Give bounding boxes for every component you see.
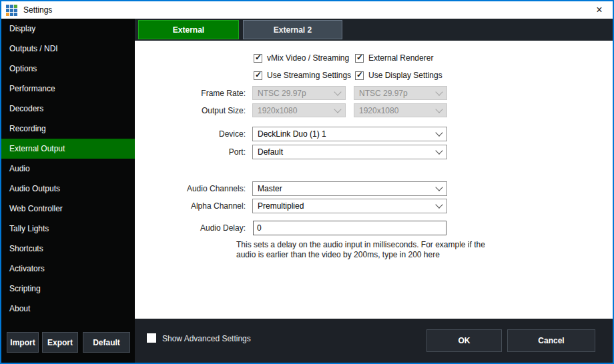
frame-rate-value-2: NTSC 29.97p [359,89,408,98]
audio-channels-select[interactable]: Master [252,181,447,196]
external-output-form: ✓ vMix Video / Streaming ✓ External Rend… [135,41,613,319]
logo-cell [10,5,13,8]
audio-delay-help-text: This sets a delay on the audio input in … [236,240,506,260]
export-button[interactable]: Export [42,332,78,353]
sidebar-item-shortcuts[interactable]: Shortcuts [1,239,135,259]
logo-cell [6,9,9,12]
sidebar-item-about[interactable]: About [1,299,135,319]
alpha-channel-label: Alpha Channel: [135,201,246,211]
audio-delay-input[interactable] [253,221,446,235]
sidebar-item-audio[interactable]: Audio [1,159,135,179]
output-size-label: Output Size: [135,106,246,115]
chevron-down-icon [435,183,442,191]
chevron-down-icon [435,129,442,136]
port-select[interactable]: Default [252,145,447,159]
alpha-channel-value: Premultiplied [258,201,304,211]
title-bar: Settings × [1,1,613,19]
show-advanced-label: Show Advanced Settings [162,334,251,343]
sidebar-item-outputs-ndi[interactable]: Outputs / NDI [1,39,135,59]
checkbox-show-advanced-settings[interactable] [147,333,156,343]
checkbox-box: ✓ [355,71,364,80]
logo-cell [14,13,17,16]
checkbox-box: ✓ [254,54,262,63]
tab-external[interactable]: External [138,20,239,39]
checkbox-use-streaming-settings[interactable]: ✓ Use Streaming Settings [254,71,351,80]
checkbox-use-display-settings[interactable]: ✓ Use Display Settings [355,71,442,80]
import-button[interactable]: Import [7,332,39,353]
chevron-down-icon [334,88,341,95]
chevron-down-icon [435,88,442,95]
sidebar-item-decoders[interactable]: Decoders [1,99,135,119]
sidebar-item-performance[interactable]: Performance [1,79,135,99]
check-icon: ✓ [255,70,262,79]
close-icon[interactable]: × [586,1,613,19]
vmix-logo-icon [6,5,17,16]
checkbox-label: Use Streaming Settings [267,71,351,80]
chevron-down-icon [435,105,442,113]
logo-cell [10,9,13,12]
tab-external-2[interactable]: External 2 [243,20,342,39]
checkbox-vmix-video-streaming[interactable]: ✓ vMix Video / Streaming [254,53,349,63]
logo-cell [14,5,17,8]
output-size-value-1: 1920x1080 [258,106,297,115]
checkbox-box: ✓ [254,71,262,80]
logo-cell [6,13,9,16]
checkbox-box: ✓ [355,54,364,63]
footer-bar: Show Advanced Settings OK Cancel [135,319,613,363]
output-size-select-2[interactable]: 1920x1080 [354,103,447,117]
cancel-button[interactable]: Cancel [507,329,595,352]
device-label: Device: [135,129,246,139]
sidebar-item-activators[interactable]: Activators [1,259,135,279]
output-size-value-2: 1920x1080 [359,106,398,115]
sidebar-item-scripting[interactable]: Scripting [1,279,135,299]
settings-window: Settings × Display Outputs / NDI Options… [0,0,614,364]
chevron-down-icon [435,147,442,154]
logo-cell [10,13,13,16]
sidebar-item-display[interactable]: Display [1,19,135,39]
sidebar-item-recording[interactable]: Recording [1,119,135,139]
alpha-channel-select[interactable]: Premultiplied [252,199,447,213]
tab-bar: External External 2 [135,19,613,41]
logo-cell [6,5,9,8]
checkbox-label: External Renderer [368,53,433,63]
check-icon: ✓ [255,53,262,62]
sidebar-item-audio-outputs[interactable]: Audio Outputs [1,179,135,199]
ok-button[interactable]: OK [426,329,502,352]
frame-rate-label: Frame Rate: [135,89,246,98]
settings-sidebar: Display Outputs / NDI Options Performanc… [1,19,135,363]
chevron-down-icon [435,201,442,208]
audio-channels-value: Master [258,184,282,193]
sidebar-item-web-controller[interactable]: Web Controller [1,199,135,219]
chevron-down-icon [334,105,341,113]
frame-rate-value-1: NTSC 29.97p [258,89,306,98]
port-value: Default [258,147,283,157]
audio-channels-label: Audio Channels: [135,184,246,193]
main-panel: External External 2 ✓ vMix Video / Strea… [135,19,613,363]
checkbox-label: vMix Video / Streaming [267,53,349,63]
device-select[interactable]: DeckLink Duo (1) 1 [252,127,447,141]
sidebar-item-tally-lights[interactable]: Tally Lights [1,219,135,239]
output-size-select-1[interactable]: 1920x1080 [252,103,346,117]
check-icon: ✓ [356,70,363,79]
logo-cell [14,9,17,12]
port-label: Port: [135,147,246,157]
check-icon: ✓ [356,53,363,62]
sidebar-item-options[interactable]: Options [1,59,135,79]
device-value: DeckLink Duo (1) 1 [258,129,326,139]
audio-delay-label: Audio Delay: [135,223,246,233]
window-title: Settings [23,5,52,15]
checkbox-external-renderer[interactable]: ✓ External Renderer [355,53,433,63]
frame-rate-select-2[interactable]: NTSC 29.97p [354,86,447,100]
default-button[interactable]: Default [83,332,130,353]
checkbox-label: Use Display Settings [368,71,442,80]
sidebar-item-external-output[interactable]: External Output [1,139,135,159]
frame-rate-select-1[interactable]: NTSC 29.97p [252,86,346,100]
